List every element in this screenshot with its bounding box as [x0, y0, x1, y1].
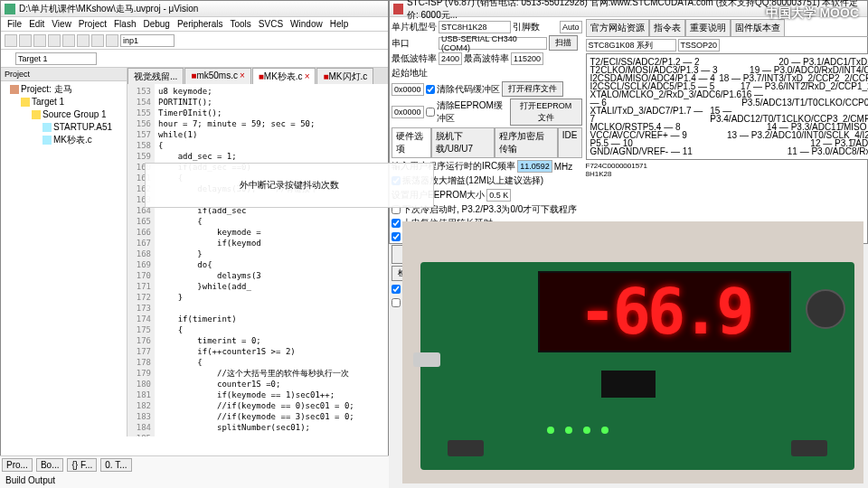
tb-open-icon[interactable] [19, 34, 32, 47]
file-icon [42, 123, 52, 132]
tb-paste-icon[interactable] [77, 34, 90, 47]
hardware-photo: -66.9 [402, 221, 863, 483]
port-combo[interactable]: USB-SERIAL CH340 (COM4) [439, 37, 547, 50]
menu-debug[interactable]: Debug [140, 19, 172, 29]
menu-help[interactable]: Help [327, 19, 352, 29]
tab-official[interactable]: 官方网站资源 [586, 19, 649, 36]
tab-file[interactable]: ■mk50ms.c× [184, 68, 250, 84]
mcu-type-combo[interactable]: STC8H1K28 [439, 21, 511, 33]
find-combo[interactable]: inp1 [120, 34, 175, 47]
tb-copy-icon[interactable] [62, 34, 75, 47]
tb-save-icon[interactable] [33, 34, 46, 47]
menu-view[interactable]: View [49, 19, 74, 29]
menu-svcs[interactable]: SVCS [256, 19, 286, 29]
tab-file-active[interactable]: ■MK秒表.c× [252, 68, 316, 84]
auto-download-check[interactable] [392, 298, 401, 307]
series-combo[interactable]: STC8G1K08 系列 [586, 39, 676, 52]
bottom-tab[interactable]: 0. T... [100, 458, 131, 472]
display-value: -66.9 [579, 275, 751, 349]
tree-file[interactable]: STARTUP.A51 [53, 122, 112, 132]
ver-label: F724C0000001571 [586, 162, 868, 170]
code-editor[interactable]: 153 154 155 156 157 158 159 160 161 162 … [127, 84, 388, 436]
project-tree[interactable]: Project: 走马 Target 1 Source Group 1 STAR… [1, 81, 127, 148]
target-combo[interactable]: Target 1 [15, 52, 97, 65]
tab-ide[interactable]: IDE [558, 127, 582, 157]
led-icon [565, 427, 572, 434]
build-output-label: Build Output [0, 474, 389, 487]
folder-icon [21, 98, 30, 107]
led-icon [547, 427, 554, 434]
line-gutter: 153 154 155 156 157 158 159 160 161 162 … [127, 84, 155, 436]
serial-assist-check[interactable] [392, 232, 401, 241]
tab-file[interactable]: 视觉残留... [127, 68, 184, 84]
max-baud-combo[interactable]: 115200 [511, 52, 543, 65]
tab-hw-options[interactable]: 硬件选项 [392, 127, 431, 157]
bottom-tab[interactable]: Pro... [2, 458, 33, 472]
pcb-board: -66.9 [420, 262, 854, 470]
uvision-icon [5, 4, 15, 14]
scan-button[interactable]: 扫描 [549, 35, 578, 51]
start-addr-label: 起始地址 [392, 67, 437, 80]
tree-root[interactable]: Project: 走马 [21, 84, 72, 94]
tab-instr[interactable]: 指令表 [649, 19, 685, 36]
tree-group[interactable]: Source Group 1 [42, 109, 107, 119]
stc-icon [393, 4, 403, 14]
uvision-title: D:\单片机课件\MKshow\走马.uvproj - μVision [19, 3, 198, 15]
hw-button-right [791, 440, 827, 456]
port-label: 串口 [392, 37, 437, 50]
tree-target[interactable]: Target 1 [32, 97, 64, 107]
eeprom-size-combo[interactable]: 0.5 K [486, 189, 511, 202]
editor-tabs: 视觉残留... ■mk50ms.c× ■MK秒表.c× ■MK闪灯.c [127, 68, 388, 84]
min-baud-combo[interactable]: 2400 [439, 52, 462, 65]
open-eep-button[interactable]: 打开EEPROM文件 [510, 99, 581, 126]
uvision-toolbar1: inp1 [1, 32, 388, 50]
ver2-label: 8H1K28 [586, 170, 868, 178]
pinout-diagram: T2/ECI/SS/ADC2/P1.2 — 220 — P3.1/ADC1/Tx… [586, 53, 868, 160]
led-icon [583, 427, 590, 434]
menu-file[interactable]: File [5, 19, 24, 29]
uvision-menubar[interactable]: File Edit View Project Flash Debug Perip… [1, 17, 388, 32]
menu-peripherals[interactable]: Peripherals [175, 19, 226, 29]
tb-redo-icon[interactable] [106, 34, 118, 47]
pkg-combo[interactable]: TSSOP20 [678, 39, 721, 52]
tb-cut-icon[interactable] [48, 34, 61, 47]
addr1-input[interactable]: 0x0000 [392, 83, 424, 96]
mcu-type-label: 单片机型号 [392, 21, 437, 33]
tree-file[interactable]: MK秒表.c [53, 135, 92, 145]
uvision-toolbar2: Target 1 [1, 50, 388, 68]
tb-undo-icon[interactable] [91, 34, 104, 47]
uvision-bottom: Pro... Bo... {} F... 0. T... Build Outpu… [0, 455, 389, 488]
addr2-input[interactable]: 0x0000 [392, 106, 424, 118]
tab-notes[interactable]: 重要说明 [685, 19, 731, 36]
tab-file[interactable]: ■MK闪灯.c [316, 68, 373, 84]
open-code-button[interactable]: 打开程序文件 [502, 81, 563, 97]
menu-window[interactable]: Window [288, 19, 326, 29]
menu-flash[interactable]: Flash [111, 19, 138, 29]
tb-new-icon[interactable] [5, 34, 17, 47]
tab-encrypt[interactable]: 程序加密后传输 [495, 127, 557, 157]
code-area: 视觉残留... ■mk50ms.c× ■MK秒表.c× ■MK闪灯.c 153 … [127, 68, 388, 436]
menu-edit[interactable]: Edit [26, 19, 47, 29]
auto-reload-check[interactable] [392, 285, 401, 294]
project-panel-header: Project [1, 68, 127, 81]
caption-text: 外中断记录按键抖动次数 [240, 179, 339, 192]
project-panel: Project Project: 走马 Target 1 Source Grou… [1, 68, 127, 436]
tab-offline[interactable]: 脱机下载/U8/U7 [431, 127, 495, 157]
folder-icon [32, 110, 41, 119]
caption-overlay: 外中断记录按键抖动次数 [145, 163, 434, 208]
source-code[interactable]: u8 keymode; PORTINIT(); Timer0Init(); ho… [155, 84, 388, 436]
min-baud-label: 最低波特率 [392, 52, 437, 65]
irc-freq-input[interactable]: 11.0592 [517, 160, 552, 173]
seven-segment-display: -66.9 [538, 271, 791, 352]
pinmode-combo[interactable]: Auto [560, 21, 582, 33]
bottom-tab[interactable]: Bo... [36, 458, 64, 472]
file-icon [42, 136, 52, 145]
clear-code-check[interactable] [426, 85, 435, 94]
battery-holder [806, 289, 845, 329]
bottom-tab[interactable]: {} F... [67, 458, 97, 472]
reset-pin-check[interactable] [392, 219, 401, 228]
clear-eep-check[interactable] [426, 108, 435, 117]
menu-tools[interactable]: Tools [228, 19, 254, 29]
menu-project[interactable]: Project [76, 19, 109, 29]
hw-button-left [448, 440, 484, 456]
